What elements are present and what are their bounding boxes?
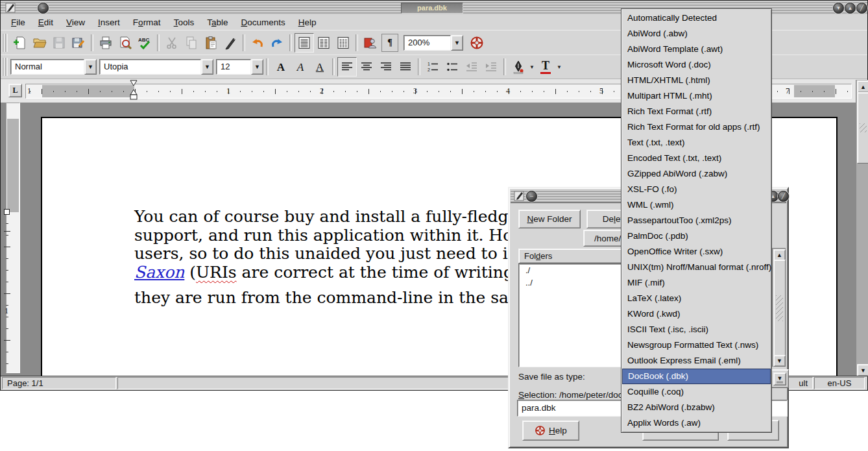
file-type-option[interactable]: Rich Text Format for old apps (.rtf)	[621, 119, 771, 135]
file-type-option[interactable]: OpenOffice Writer (.sxw)	[621, 244, 771, 260]
file-type-option[interactable]: UNIX(tm) Nroff/Manual format (.nroff)	[621, 260, 771, 275]
maximize-button[interactable]: ▴	[845, 3, 856, 14]
file-type-option-selected[interactable]: DocBook (.dbk)	[622, 369, 771, 384]
style-value[interactable]: Normal	[10, 59, 84, 75]
new-folder-button[interactable]: New Folder	[518, 210, 581, 228]
font-color-dropdown-arrow[interactable]: ▼	[555, 58, 563, 75]
insert-image-button[interactable]	[361, 33, 380, 53]
close-button[interactable]: ╱	[856, 3, 867, 14]
file-type-option[interactable]: Encoded Text (.txt, .text)	[621, 151, 771, 166]
print-button[interactable]	[96, 33, 115, 53]
file-type-option[interactable]: Text (.txt, .text)	[621, 135, 771, 151]
style-dropdown-arrow[interactable]: ▼	[84, 59, 97, 75]
undo-button[interactable]	[248, 33, 267, 53]
show-paragraphs-button[interactable]: ¶	[381, 34, 398, 52]
zoom-value[interactable]: 200%	[404, 35, 451, 51]
align-left-button[interactable]	[337, 57, 357, 77]
file-type-option[interactable]: PalmDoc (.pdb)	[621, 228, 771, 244]
file-type-option[interactable]: GZipped AbiWord (.zabw)	[621, 166, 771, 182]
italic-button[interactable]: A	[291, 57, 310, 77]
indent-markers[interactable]	[128, 80, 139, 102]
menu-insert[interactable]: Insert	[91, 16, 127, 29]
font-value[interactable]: Utopia	[99, 59, 201, 75]
saxon-hyperlink[interactable]: Saxon	[134, 263, 184, 282]
margin-handle[interactable]	[4, 209, 10, 215]
view-two-columns-button[interactable]	[314, 33, 333, 53]
view-three-columns-button[interactable]	[333, 33, 353, 53]
font-size-value[interactable]: 12	[216, 59, 251, 75]
menu-table[interactable]: Table	[200, 16, 234, 29]
vertical-scrollbar[interactable]: ▲ ▼	[856, 80, 868, 376]
files-scroll-down-arrow[interactable]: ▼	[773, 355, 786, 367]
bullet-list-button[interactable]	[442, 57, 462, 77]
style-combo[interactable]: Normal ▼	[10, 59, 97, 75]
file-type-option[interactable]: HTML/XHTML (.html)	[621, 73, 771, 88]
file-type-option[interactable]: ISCII Text (.isc, .iscii)	[621, 322, 771, 337]
scrollbar-thumb[interactable]	[857, 92, 868, 164]
open-button[interactable]	[30, 33, 49, 53]
font-size-combo[interactable]: 12 ▼	[216, 59, 263, 75]
paste-button[interactable]	[201, 33, 221, 53]
align-justify-button[interactable]	[396, 57, 415, 77]
save-as-button[interactable]	[69, 33, 88, 53]
tab-selector-button[interactable]: L	[8, 84, 22, 97]
view-one-column-button[interactable]	[295, 33, 314, 53]
menu-tools[interactable]: Tools	[167, 16, 201, 29]
minimize-button[interactable]: ▾	[833, 3, 844, 14]
print-preview-button[interactable]	[115, 33, 135, 53]
menu-documents[interactable]: Documents	[234, 16, 291, 29]
new-document-button[interactable]	[10, 33, 30, 53]
menu-file[interactable]: File	[5, 16, 32, 29]
stylus-button[interactable]	[221, 33, 240, 53]
zoom-dropdown-arrow[interactable]: ▼	[451, 35, 463, 51]
align-center-button[interactable]	[357, 57, 376, 77]
highlight-color-button[interactable]	[509, 57, 528, 77]
spell-check-button[interactable]: ABC	[135, 33, 154, 53]
file-type-option[interactable]: BZ2 AbiWord (.bzabw)	[621, 400, 771, 415]
file-type-option[interactable]: WML (.wml)	[621, 197, 771, 213]
file-type-option[interactable]: AbiWord Template (.awt)	[621, 42, 771, 57]
highlight-color-dropdown-arrow[interactable]: ▼	[528, 58, 536, 75]
font-combo[interactable]: Utopia ▼	[99, 59, 213, 75]
font-color-button[interactable]: T	[536, 57, 555, 77]
toolbar-grip[interactable]	[2, 34, 8, 52]
menu-help[interactable]: Help	[292, 16, 323, 29]
menu-format[interactable]: Format	[127, 16, 167, 29]
dialog-help-button[interactable]: Help	[522, 421, 579, 441]
file-type-option[interactable]: PassepartoutToo (.xml2ps)	[621, 213, 771, 228]
scroll-up-arrow[interactable]: ▲	[857, 80, 868, 93]
file-type-option[interactable]: Rich Text Format (.rtf)	[621, 104, 771, 119]
redo-button[interactable]	[267, 33, 287, 53]
menu-view[interactable]: View	[60, 16, 91, 29]
language-indicator[interactable]: en-US	[814, 377, 865, 389]
file-type-option[interactable]: MIF (.mif)	[621, 275, 771, 291]
file-type-option[interactable]: Coquille (.coq)	[621, 384, 771, 400]
file-type-option[interactable]: Newsgroup Formatted Text (.nws)	[621, 337, 771, 353]
zoom-combo[interactable]: 200% ▼	[404, 35, 463, 51]
font-dropdown-arrow[interactable]: ▼	[201, 59, 213, 75]
dialog-close-button[interactable]: ╱	[778, 191, 789, 202]
file-type-option[interactable]: Automatically Detected	[621, 10, 771, 26]
help-button[interactable]	[467, 33, 487, 53]
file-type-option[interactable]: Microsoft Word (.doc)	[621, 57, 771, 73]
file-type-option[interactable]: KWord (.kwd)	[621, 306, 771, 322]
file-type-option[interactable]: XSL-FO (.fo)	[621, 182, 771, 197]
scroll-down-arrow[interactable]: ▼	[857, 364, 868, 376]
files-list-scrollbar[interactable]: ▲ ▼	[772, 248, 786, 367]
file-type-option[interactable]: LaTeX (.latex)	[621, 291, 771, 306]
align-right-button[interactable]	[376, 57, 396, 77]
dialog-window-menu-button[interactable]: –	[526, 191, 537, 202]
numbered-list-button[interactable]: 1 2	[423, 57, 442, 77]
file-type-dropdown-arrow[interactable]: ▼	[773, 372, 786, 385]
menu-edit[interactable]: Edit	[32, 16, 60, 29]
window-menu-button[interactable]: –	[38, 3, 49, 14]
font-size-dropdown-arrow[interactable]: ▼	[251, 59, 263, 75]
file-type-option[interactable]: AbiWord (.abw)	[621, 26, 771, 42]
underline-button[interactable]: A	[310, 57, 330, 77]
file-type-option[interactable]: Multipart HTML (.mht)	[621, 88, 771, 104]
file-type-option[interactable]: Applix Words (.aw)	[621, 415, 771, 431]
files-scrollbar-thumb[interactable]	[773, 260, 786, 356]
file-type-option[interactable]: Outlook Express Email (.eml)	[621, 353, 771, 369]
toolbar-grip[interactable]	[2, 58, 8, 76]
bold-button[interactable]: A	[271, 57, 291, 77]
